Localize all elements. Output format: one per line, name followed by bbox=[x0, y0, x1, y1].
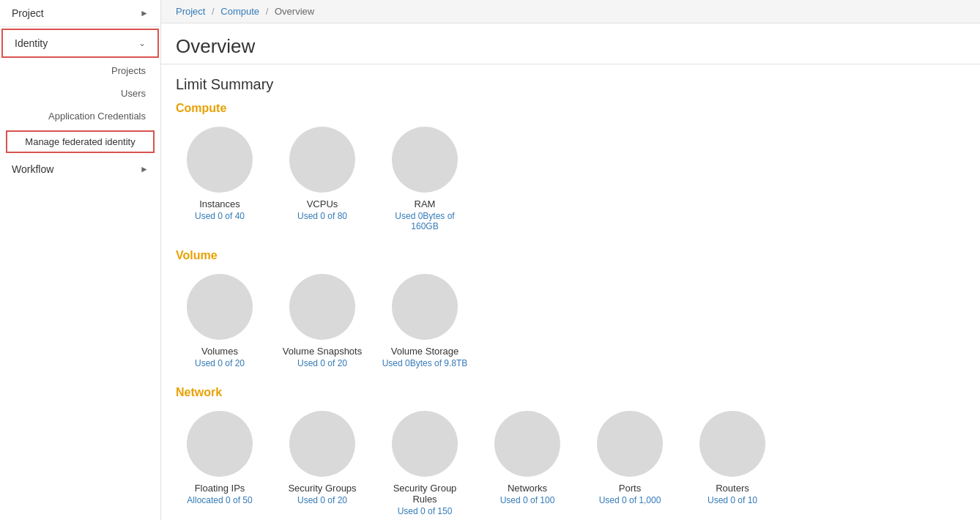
breadcrumb-overview: Overview bbox=[275, 6, 314, 17]
gauge-instances: Instances Used 0 of 40 bbox=[176, 127, 264, 231]
chevron-right-icon: ► bbox=[140, 164, 149, 174]
network-gauge-row: Floating IPs Allocated 0 of 50 Security … bbox=[176, 411, 965, 516]
chevron-right-icon: ► bbox=[140, 8, 149, 18]
gauge-routers: Routers Used 0 of 10 bbox=[688, 411, 776, 516]
gauge-volume-storage: Volume Storage Used 0Bytes of 9.8TB bbox=[381, 274, 469, 368]
volume-gauge-row: Volumes Used 0 of 20 Volume Snapshots Us… bbox=[176, 274, 965, 368]
routers-circle bbox=[699, 411, 765, 477]
vcpus-label: VCPUs bbox=[307, 198, 338, 209]
ports-label: Ports bbox=[619, 483, 641, 494]
main-content: Project / Compute / Overview Overview Li… bbox=[161, 0, 980, 520]
content-area: Limit Summary Compute Instances Used 0 o… bbox=[161, 64, 980, 520]
security-groups-label: Security Groups bbox=[288, 483, 356, 494]
compute-section-label: Compute bbox=[176, 102, 965, 115]
breadcrumb: Project / Compute / Overview bbox=[161, 0, 980, 23]
networks-label: Networks bbox=[508, 483, 547, 494]
security-group-rules-circle bbox=[392, 411, 458, 477]
volumes-circle bbox=[187, 274, 253, 340]
ram-circle bbox=[392, 127, 458, 193]
instances-used: Used 0 of 40 bbox=[195, 211, 245, 221]
sidebar-item-project[interactable]: Project ► bbox=[0, 0, 160, 27]
networks-used: Used 0 of 100 bbox=[500, 495, 555, 505]
sidebar-item-workflow[interactable]: Workflow ► bbox=[0, 156, 160, 182]
volume-section-label: Volume bbox=[176, 249, 965, 262]
volume-storage-circle bbox=[392, 274, 458, 340]
volumes-used: Used 0 of 20 bbox=[195, 358, 245, 368]
sidebar: Project ► Identity ⌄ Projects Users Appl… bbox=[0, 0, 161, 520]
vcpus-circle bbox=[289, 127, 355, 193]
sidebar-identity-label: Identity bbox=[15, 37, 48, 49]
gauge-volumes: Volumes Used 0 of 20 bbox=[176, 274, 264, 368]
volumes-label: Volumes bbox=[201, 346, 238, 357]
volume-storage-used: Used 0Bytes of 9.8TB bbox=[382, 358, 468, 368]
limit-summary-title: Limit Summary bbox=[176, 76, 965, 93]
gauge-networks: Networks Used 0 of 100 bbox=[483, 411, 571, 516]
ports-circle bbox=[597, 411, 663, 477]
volume-storage-label: Volume Storage bbox=[391, 346, 459, 357]
instances-circle bbox=[187, 127, 253, 193]
ram-used: Used 0Bytes of 160GB bbox=[381, 211, 469, 231]
floating-ips-used: Allocated 0 of 50 bbox=[187, 495, 252, 505]
gauge-security-groups: Security Groups Used 0 of 20 bbox=[278, 411, 366, 516]
page-title: Overview bbox=[161, 23, 980, 64]
gauge-floating-ips: Floating IPs Allocated 0 of 50 bbox=[176, 411, 264, 516]
sidebar-item-projects[interactable]: Projects bbox=[0, 59, 160, 82]
security-groups-circle bbox=[289, 411, 355, 477]
volume-snapshots-used: Used 0 of 20 bbox=[297, 358, 347, 368]
routers-label: Routers bbox=[716, 483, 749, 494]
gauge-security-group-rules: Security Group Rules Used 0 of 150 bbox=[381, 411, 469, 516]
network-section-label: Network bbox=[176, 386, 965, 399]
floating-ips-circle bbox=[187, 411, 253, 477]
compute-gauge-row: Instances Used 0 of 40 VCPUs Used 0 of 8… bbox=[176, 127, 965, 231]
sidebar-item-identity[interactable]: Identity ⌄ bbox=[1, 29, 159, 58]
routers-used: Used 0 of 10 bbox=[708, 495, 757, 505]
gauge-ram: RAM Used 0Bytes of 160GB bbox=[381, 127, 469, 231]
volume-snapshots-circle bbox=[289, 274, 355, 340]
chevron-down-icon: ⌄ bbox=[138, 38, 146, 48]
breadcrumb-project[interactable]: Project bbox=[176, 6, 205, 17]
breadcrumb-compute[interactable]: Compute bbox=[220, 6, 259, 17]
sidebar-item-users[interactable]: Users bbox=[0, 82, 160, 105]
security-group-rules-used: Used 0 of 150 bbox=[398, 506, 453, 516]
gauge-ports: Ports Used 0 of 1,000 bbox=[586, 411, 674, 516]
sidebar-project-label: Project bbox=[12, 7, 44, 19]
gauge-volume-snapshots: Volume Snapshots Used 0 of 20 bbox=[278, 274, 366, 368]
gauge-vcpus: VCPUs Used 0 of 80 bbox=[278, 127, 366, 231]
sidebar-item-app-credentials[interactable]: Application Credentials bbox=[0, 105, 160, 127]
networks-circle bbox=[494, 411, 560, 477]
floating-ips-label: Floating IPs bbox=[195, 483, 245, 494]
ram-label: RAM bbox=[415, 198, 436, 209]
volume-snapshots-label: Volume Snapshots bbox=[283, 346, 362, 357]
instances-label: Instances bbox=[199, 198, 240, 209]
ports-used: Used 0 of 1,000 bbox=[599, 495, 661, 505]
sidebar-workflow-label: Workflow bbox=[12, 163, 53, 175]
sidebar-item-manage-federated[interactable]: Manage federated identity bbox=[6, 130, 155, 153]
security-group-rules-label: Security Group Rules bbox=[381, 483, 469, 505]
vcpus-used: Used 0 of 80 bbox=[297, 211, 347, 221]
security-groups-used: Used 0 of 20 bbox=[297, 495, 347, 505]
